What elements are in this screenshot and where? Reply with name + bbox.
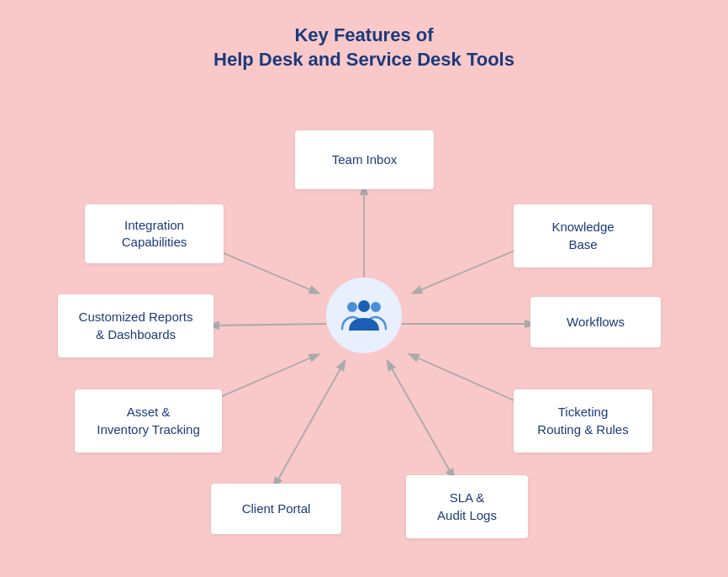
ticketing-label: TicketingRouting & Rules [537,404,628,438]
page-title: Key Features of Help Desk and Service De… [214,24,514,71]
feature-box-workflows: Workflows [530,297,661,347]
client-portal-label: Client Portal [242,500,311,517]
team-icon [340,299,388,332]
feature-box-team-inbox: Team Inbox [295,130,434,189]
feature-box-sla: SLA &Audit Logs [406,475,528,538]
svg-line-7 [276,364,343,484]
svg-point-13 [358,300,370,312]
feature-box-knowledge-base: KnowledgeBase [514,204,652,267]
title-line2: Help Desk and Service Desk Tools [214,48,514,72]
center-icon-circle [326,278,402,353]
svg-line-6 [389,364,452,475]
knowledge-base-label: KnowledgeBase [551,219,614,253]
title-line1: Key Features of [214,24,514,48]
main-container: Key Features of Help Desk and Service De… [0,0,728,577]
feature-box-integration: IntegrationCapabilities [85,204,224,263]
svg-point-12 [371,302,381,312]
workflows-label: Workflows [567,314,625,331]
svg-line-9 [214,324,326,326]
diagram-area: Team Inbox KnowledgeBase Workflows Ticke… [28,80,700,551]
feature-box-ticketing: TicketingRouting & Rules [514,389,652,453]
feature-box-reports: Customized Reports& Dashboards [58,294,214,357]
asset-label: Asset &Inventory Tracking [97,404,200,438]
integration-label: IntegrationCapabilities [122,217,187,251]
svg-point-11 [347,302,357,312]
reports-label: Customized Reports& Dashboards [79,309,193,343]
feature-box-asset: Asset &Inventory Tracking [75,389,222,453]
feature-box-client-portal: Client Portal [211,484,341,534]
sla-label: SLA &Audit Logs [437,490,497,524]
team-inbox-label: Team Inbox [332,151,398,168]
